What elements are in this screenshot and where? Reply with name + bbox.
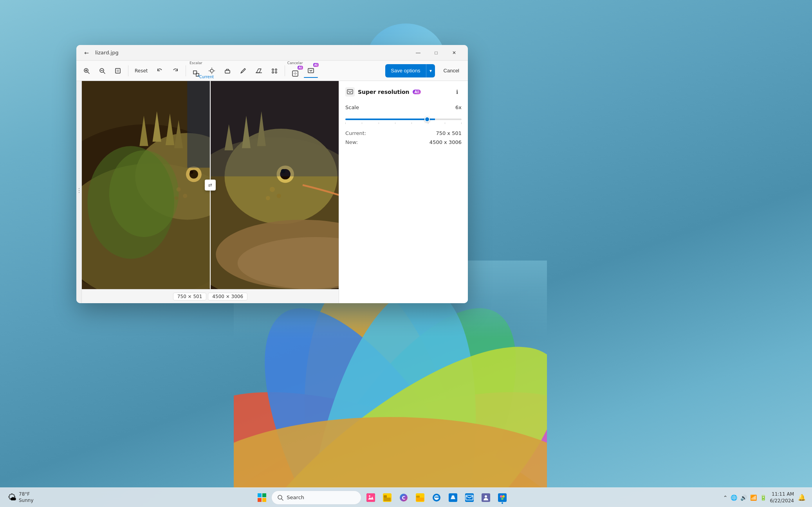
taskbar-app-files[interactable] (413, 491, 427, 505)
tick-4 (395, 122, 395, 124)
svg-rect-73 (262, 498, 266, 502)
svg-point-49 (190, 170, 193, 174)
enhanced-image-panel (210, 81, 339, 289)
svg-rect-77 (366, 493, 375, 502)
save-options-group: Save options ▾ (385, 64, 435, 77)
svg-rect-26 (225, 70, 230, 73)
tray-chevron[interactable]: ⌃ (722, 494, 729, 502)
taskbar-app-store[interactable] (446, 491, 460, 505)
svg-rect-72 (258, 498, 262, 502)
back-button[interactable]: ← (81, 47, 92, 58)
notification-button[interactable]: 🔔 (796, 492, 807, 503)
save-options-chevron[interactable]: ▾ (426, 64, 435, 77)
svg-point-78 (369, 495, 370, 497)
reset-button[interactable]: Reset (132, 64, 151, 78)
weather-temp: 78°F (19, 491, 34, 498)
taskbar-app-copilot[interactable]: C (397, 491, 411, 505)
svg-point-50 (177, 187, 181, 192)
tray-battery[interactable]: 🔋 (759, 494, 767, 502)
zoom-in-button[interactable] (79, 64, 94, 78)
search-bar[interactable]: Search (271, 491, 361, 505)
maximize-button[interactable]: □ (427, 47, 445, 59)
svg-rect-70 (258, 493, 262, 497)
taskbar-app-teams[interactable] (479, 491, 493, 505)
svg-point-51 (183, 194, 187, 198)
svg-text:C: C (402, 495, 406, 501)
tray-speaker[interactable]: 🔊 (740, 494, 748, 502)
info-button[interactable]: ℹ (452, 87, 462, 97)
svg-point-34 (275, 72, 277, 73)
ai-tool1-button[interactable]: AI (288, 67, 302, 81)
close-button[interactable]: ✕ (445, 47, 463, 59)
zoom-out-button[interactable] (95, 64, 109, 78)
tick-3 (379, 122, 379, 124)
comparison-view: ⇄ (82, 81, 339, 289)
clock-date: 6/22/2024 (770, 498, 794, 504)
taskbar-app-explorer[interactable] (380, 491, 394, 505)
taskbar-center: Search (47, 491, 718, 505)
taskbar-app-edge[interactable] (429, 491, 444, 505)
svg-rect-81 (384, 498, 391, 501)
start-button[interactable] (255, 491, 269, 505)
svg-point-97 (501, 498, 503, 500)
taskbar-right: ⌃ 🌐 🔊 📶 🔋 11:11 AM 6/22/2024 🔔 (718, 491, 812, 504)
svg-rect-53 (187, 81, 210, 168)
scale-tool-button[interactable] (189, 67, 203, 81)
erase-button[interactable] (252, 64, 266, 78)
original-image-panel (82, 81, 210, 289)
divider-3 (285, 65, 285, 76)
multi-tool-button[interactable] (267, 64, 281, 78)
taskbar-app-paint[interactable] (495, 491, 509, 505)
ai-tool1-wrapper: Cancelar AI (288, 61, 302, 81)
new-key: New: (345, 139, 358, 145)
fit-button[interactable] (111, 64, 125, 78)
undo-button[interactable] (153, 64, 167, 78)
svg-line-75 (281, 499, 283, 500)
current-info-row: Current: 750 x 501 (345, 130, 462, 136)
taskbar: 🌤 78°F Sunny Search (0, 487, 812, 507)
ai-badge-1: AI (298, 66, 303, 70)
svg-line-10 (88, 72, 89, 74)
divider-2 (186, 65, 186, 76)
scale-value: 6x (455, 104, 462, 110)
pen-button[interactable] (236, 64, 250, 78)
redo-button[interactable] (168, 64, 182, 78)
weather-widget[interactable]: 🌤 78°F Sunny (5, 490, 37, 505)
current-value: 750 x 501 (436, 130, 462, 136)
cancel-top-label: Cancelar (287, 61, 303, 65)
scale-slider[interactable] (345, 119, 462, 120)
svg-rect-85 (416, 496, 420, 498)
svg-point-66 (270, 187, 275, 192)
paint-window: ← lizard.jpg — □ ✕ (76, 45, 468, 303)
panel-header: Super resolution AI ℹ (345, 87, 462, 97)
cancel-button[interactable]: Cancel (438, 64, 465, 77)
time-display[interactable]: 11:11 AM 6/22/2024 (770, 491, 794, 504)
taskbar-app-photos[interactable] (364, 491, 378, 505)
ai-tool2-button[interactable]: AI (304, 64, 318, 78)
save-options-button[interactable]: Save options (385, 64, 426, 77)
svg-point-95 (500, 495, 502, 498)
tray-wifi[interactable]: 📶 (749, 494, 758, 502)
comparison-handle[interactable]: ⇄ (205, 180, 216, 191)
color-button[interactable] (220, 64, 235, 78)
ai-badge-2: AI (313, 63, 319, 67)
new-value: 4500 x 3006 (429, 139, 462, 145)
weather-info: 78°F Sunny (19, 491, 34, 503)
new-info-row: New: 4500 x 3006 (345, 139, 462, 145)
slider-container (345, 114, 462, 124)
panel-title: Super resolution (358, 89, 410, 95)
svg-rect-65 (210, 81, 339, 176)
clock-time: 11:11 AM (770, 491, 794, 498)
tick-8 (461, 122, 462, 124)
tray-network[interactable]: 🌐 (730, 494, 738, 502)
compare-handle-icon: ⇄ (208, 182, 212, 188)
svg-point-32 (275, 69, 277, 70)
left-handle[interactable] (76, 81, 82, 303)
brightness-button[interactable] (205, 64, 219, 78)
search-text: Search (287, 494, 304, 500)
taskbar-app-mail[interactable] (462, 491, 476, 505)
minimize-button[interactable]: — (409, 47, 427, 59)
svg-rect-80 (384, 495, 387, 498)
scale-top-label: Escalar (189, 61, 202, 65)
canvas-area: ⇄ 750 × 501 4500 × 3006 S (76, 81, 468, 303)
